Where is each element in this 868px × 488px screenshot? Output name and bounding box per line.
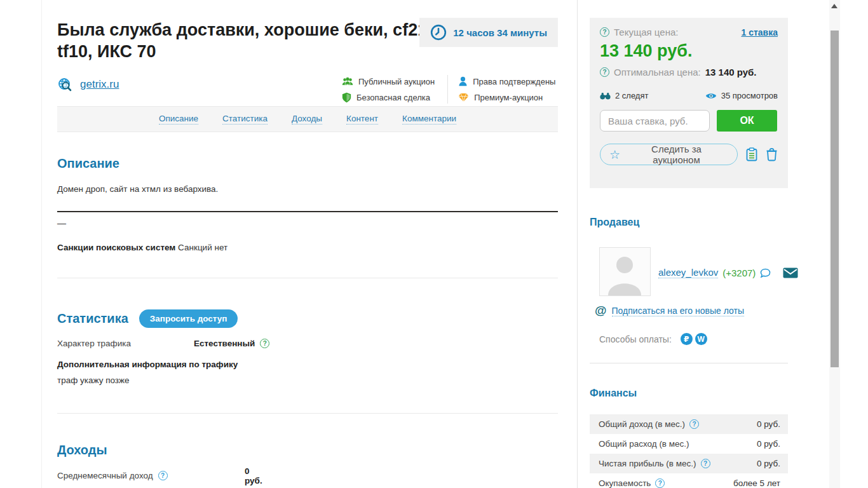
- finance-table: Общий доход (в мес.) ? 0 руб. Общий расх…: [590, 414, 788, 488]
- follow-auction-label: Следить за аукционом: [628, 144, 724, 165]
- optimal-price-label: Оптимальная цена:: [614, 67, 701, 78]
- shield-icon: [342, 92, 351, 103]
- description-heading: Описание: [57, 156, 119, 171]
- finance-row-value: 0 руб.: [757, 439, 780, 449]
- subscribe-link[interactable]: Подписаться на его новые лоты: [612, 306, 744, 316]
- tab-statistics[interactable]: Статистика: [222, 114, 268, 125]
- finance-row-payback: Окупаемость ? более 5 лет: [590, 473, 788, 488]
- seller-heading: Продавец: [590, 217, 639, 228]
- request-access-button[interactable]: Запросить доступ: [139, 309, 238, 328]
- page-title: Была служба доставки, хорошие беки, cf21…: [57, 19, 429, 62]
- finance-row-value: более 5 лет: [733, 478, 780, 488]
- scrollbar-up-arrow[interactable]: [831, 4, 837, 8]
- finance-row-total-expense: Общий расход (в мес.) 0 руб.: [590, 434, 788, 454]
- watchers-count: 2 следят: [615, 91, 648, 100]
- tab-comments[interactable]: Комментарии: [402, 114, 456, 125]
- globe-search-icon: [57, 77, 72, 92]
- badge-divider: [447, 75, 448, 104]
- finance-row-value: 0 руб.: [757, 459, 780, 468]
- main-content: Была служба доставки, хорошие беки, cf21…: [57, 0, 558, 488]
- users-icon: [342, 77, 353, 86]
- views-item: 35 просмотров: [705, 91, 778, 100]
- finance-row-value: 0 руб.: [757, 419, 780, 429]
- seller-avatar: [599, 247, 651, 296]
- finance-heading: Финансы: [590, 388, 637, 399]
- description-text: Домен дроп, сайт на хтмл из вебархива.: [57, 184, 218, 194]
- help-icon[interactable]: ?: [600, 27, 609, 37]
- tab-content[interactable]: Контент: [346, 114, 378, 125]
- statistics-heading: Статистика: [57, 311, 128, 326]
- notes-button[interactable]: [746, 147, 757, 161]
- chat-bubble-icon[interactable]: [760, 268, 771, 278]
- finance-row-label: Общий доход (в мес.): [599, 419, 685, 429]
- bid-input[interactable]: [600, 110, 710, 132]
- badge-premium-auction: Премиум-аукцион: [458, 91, 555, 104]
- help-icon[interactable]: ?: [600, 67, 609, 77]
- page-scrollbar[interactable]: [829, 0, 840, 488]
- traffic-row: Характер трафика Естественный ?: [57, 339, 362, 348]
- at-icon: @: [595, 304, 607, 318]
- clock-icon: [430, 24, 447, 41]
- income-heading: Доходы: [57, 443, 107, 458]
- section-divider: [57, 413, 558, 414]
- finance-row-total-income: Общий доход (в мес.) ? 0 руб.: [590, 414, 788, 434]
- badge-label: Права подтверждены: [473, 77, 555, 86]
- envelope-icon[interactable]: [783, 268, 798, 278]
- trash-icon: [766, 147, 778, 161]
- traffic-value: Естественный: [194, 339, 255, 348]
- webmoney-payment-icon: W: [695, 333, 707, 345]
- follow-auction-button[interactable]: ☆ Следить за аукционом: [600, 144, 738, 165]
- help-icon[interactable]: ?: [689, 419, 699, 429]
- sanctions-label: Санкции поисковых систем: [57, 243, 175, 252]
- finance-row-label: Окупаемость: [599, 478, 651, 488]
- sanctions-row: Санкции поисковых систем Санкций нет: [57, 243, 227, 252]
- finance-row-label: Общий расход (в мес.): [599, 439, 689, 449]
- content-sidebar-divider: [577, 0, 578, 488]
- badge-label: Безопасная сделка: [356, 93, 430, 102]
- eye-icon: [705, 92, 717, 100]
- views-count: 35 просмотров: [721, 91, 778, 100]
- seller-rating: (+3207): [722, 268, 756, 278]
- sidebar-divider: [590, 363, 788, 363]
- clipboard-icon: [746, 147, 757, 161]
- auction-sidebar: ? Текущая цена: 1 ставка 13 140 руб. ? О…: [590, 0, 788, 488]
- traffic-label: Характер трафика: [57, 339, 131, 348]
- help-icon[interactable]: ?: [701, 459, 710, 468]
- lot-tabs: Описание Статистика Доходы Контент Комме…: [57, 106, 558, 132]
- ruble-payment-icon: ₽: [681, 333, 693, 345]
- binoculars-icon: [600, 92, 611, 100]
- site-link[interactable]: getrix.ru: [80, 78, 119, 91]
- gem-icon: [458, 93, 469, 102]
- avg-income-value: 0 руб.: [245, 466, 262, 485]
- badge-safe-deal: Безопасная сделка: [342, 91, 435, 104]
- ok-button[interactable]: ОК: [717, 110, 777, 132]
- scrollbar-thumb[interactable]: [831, 30, 839, 367]
- description-dash: —: [57, 218, 66, 228]
- tab-income[interactable]: Доходы: [292, 114, 322, 125]
- auction-lot-page: Была служба доставки, хорошие беки, cf21…: [0, 0, 868, 488]
- tab-description[interactable]: Описание: [159, 114, 198, 125]
- badge-label: Премиум-аукцион: [474, 93, 543, 102]
- subscribe-row: @ Подписаться на его новые лоты: [595, 304, 744, 318]
- auction-timer: 12 часов 34 минуты: [419, 18, 558, 47]
- seller-username-link[interactable]: alexey_levkov: [658, 267, 718, 278]
- lot-badges: Публичный аукцион Безопасная сделка: [342, 75, 555, 104]
- help-icon[interactable]: ?: [260, 339, 269, 348]
- badge-label: Публичный аукцион: [358, 77, 435, 86]
- sanctions-value: Санкций нет: [178, 243, 227, 252]
- traffic-extra-label: Дополнительная информация по трафику: [57, 360, 238, 369]
- current-price-value: 13 140 руб.: [600, 41, 778, 61]
- help-icon[interactable]: ?: [158, 471, 168, 480]
- current-price-label: Текущая цена:: [614, 27, 678, 37]
- payment-label: Способы оплаты:: [599, 334, 672, 344]
- bids-count-link[interactable]: 1 ставка: [741, 27, 778, 37]
- help-icon[interactable]: ?: [655, 478, 665, 488]
- page-left-border: [41, 0, 42, 488]
- delete-button[interactable]: [766, 147, 778, 161]
- avg-income-row: Среднемесячный доход ? 0 руб.: [57, 471, 168, 480]
- timer-text: 12 часов 34 минуты: [453, 27, 547, 38]
- description-separator-line: [57, 211, 558, 212]
- watchers-item: 2 следят: [600, 91, 648, 100]
- badge-rights-confirmed: Права подтверждены: [458, 75, 555, 88]
- payment-methods-row: Способы оплаты: ₽ W: [599, 333, 707, 345]
